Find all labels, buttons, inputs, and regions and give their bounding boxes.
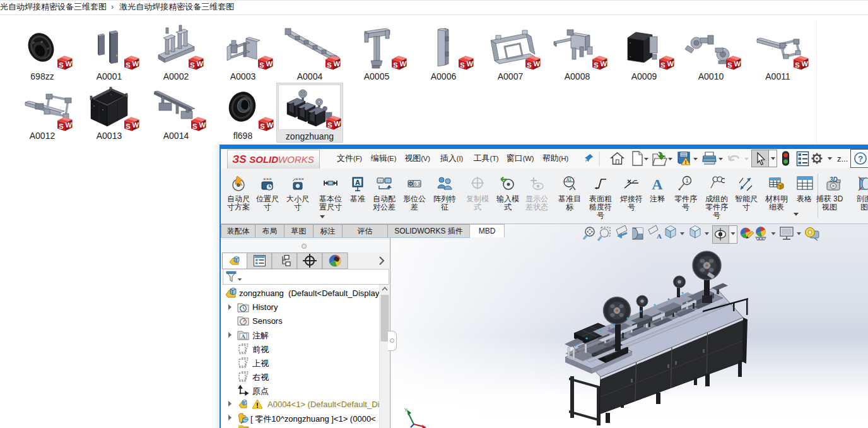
svg-text:A1: A1 xyxy=(566,177,572,182)
svg-text:z...: z... xyxy=(837,154,848,163)
svg-text:!: ! xyxy=(685,159,687,165)
svg-text:A: A xyxy=(657,232,662,240)
svg-text:Y: Y xyxy=(404,407,408,413)
svg-text:0.3: 0.3 xyxy=(414,182,420,186)
svg-text:×××: ××× xyxy=(295,176,304,182)
svg-text:A: A xyxy=(652,176,663,192)
svg-text:×××: ××× xyxy=(263,176,272,182)
svg-text:ЗS SOLIDWORKS: ЗS SOLIDWORKS xyxy=(232,153,314,165)
svg-text:?: ? xyxy=(858,154,863,163)
svg-text:A: A xyxy=(355,179,360,186)
svg-text:1: 1 xyxy=(686,177,689,184)
svg-text:A: A xyxy=(241,333,245,340)
svg-text:□□: □□ xyxy=(378,179,383,183)
